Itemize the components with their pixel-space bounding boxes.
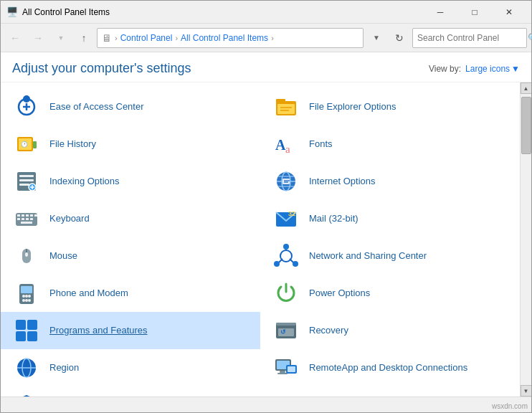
region-label: Region: [49, 362, 79, 374]
control-item-region[interactable]: Region: [1, 349, 260, 386]
svg-rect-27: [282, 179, 290, 184]
view-by-control: View by: Large icons ▼: [429, 64, 520, 74]
remoteapp-icon: [272, 353, 300, 382]
svg-point-60: [25, 299, 28, 302]
mouse-label: Mouse: [49, 250, 77, 262]
close-button[interactable]: ✕: [493, 1, 526, 24]
control-item-network-sharing[interactable]: Network and Sharing Center: [260, 237, 520, 275]
scroll-down-button[interactable]: ▼: [521, 385, 532, 397]
forward-button[interactable]: →: [28, 28, 48, 48]
svg-rect-40: [21, 222, 32, 224]
svg-text:32: 32: [288, 210, 295, 217]
scrollbar: ▲ ▼: [520, 82, 531, 397]
search-box[interactable]: 🔍: [412, 28, 527, 48]
recent-button[interactable]: ▼: [51, 28, 71, 48]
search-input[interactable]: [417, 33, 525, 43]
ease-of-access-label: Ease of Access Center: [49, 101, 144, 113]
mouse-icon: [12, 242, 41, 270]
control-item-indexing-options[interactable]: Indexing Options: [1, 163, 260, 200]
control-item-sound[interactable]: Sound: [260, 386, 520, 397]
svg-rect-39: [30, 218, 33, 220]
main-window: 🖥️ All Control Panel Items ─ □ ✕ ← → ▼ ↑…: [0, 0, 532, 413]
control-item-mail[interactable]: 32Mail (32-bit): [260, 200, 520, 237]
phone-modem-label: Phone and Modem: [49, 288, 128, 300]
svg-rect-66: [276, 323, 296, 326]
chevron-down-icon: ▼: [511, 64, 520, 74]
svg-point-59: [25, 295, 28, 298]
mail-icon: 32: [272, 204, 300, 233]
home-icon: 🖥: [102, 32, 112, 44]
svg-rect-31: [17, 214, 20, 217]
svg-rect-11: [33, 141, 37, 148]
security-maintenance-icon: [12, 391, 41, 397]
mail-label: Mail (32-bit): [309, 213, 358, 225]
svg-text:↺: ↺: [280, 328, 286, 336]
control-item-recovery[interactable]: ↺Recovery: [260, 312, 520, 349]
programs-features-icon: [12, 316, 41, 345]
svg-rect-16: [19, 175, 34, 177]
breadcrumb-all-items[interactable]: All Control Panel Items: [181, 33, 268, 43]
watermark: wsxdn.com: [492, 402, 528, 410]
power-options-label: Power Options: [309, 288, 370, 300]
svg-rect-18: [19, 184, 29, 186]
control-item-mouse[interactable]: Mouse: [1, 237, 260, 275]
scrollbar-thumb[interactable]: [521, 97, 531, 154]
refresh-button[interactable]: ↻: [389, 28, 409, 48]
maximize-button[interactable]: □: [458, 1, 491, 24]
control-item-security-maintenance[interactable]: Security and Maintenance: [1, 386, 260, 397]
window-controls: ─ □ ✕: [424, 1, 526, 24]
ease-of-access-icon: [12, 92, 41, 121]
address-dropdown-button[interactable]: ▼: [366, 28, 386, 48]
file-explorer-options-icon: [272, 92, 300, 121]
control-item-programs-features[interactable]: Programs and Features: [1, 312, 260, 349]
minimize-button[interactable]: ─: [424, 1, 457, 24]
control-item-keyboard[interactable]: Keyboard: [1, 200, 260, 237]
control-item-file-explorer-options[interactable]: File Explorer Options: [260, 88, 520, 125]
svg-rect-36: [17, 218, 20, 220]
svg-text:a: a: [285, 143, 290, 155]
scroll-up-button[interactable]: ▲: [521, 82, 532, 94]
back-button[interactable]: ←: [5, 28, 25, 48]
svg-rect-32: [22, 214, 24, 217]
address-box[interactable]: 🖥 › Control Panel › All Control Panel It…: [97, 28, 364, 48]
window-title: All Control Panel Items: [22, 7, 424, 17]
content-header: Adjust your computer's settings View by:…: [1, 52, 531, 82]
svg-point-47: [283, 244, 289, 250]
control-item-internet-options[interactable]: Internet Options: [260, 163, 520, 200]
fonts-label: Fonts: [309, 138, 333, 151]
window-icon: 🖥️: [6, 6, 18, 18]
svg-rect-34: [30, 214, 33, 217]
svg-point-45: [25, 252, 28, 257]
status-bar: [1, 397, 531, 412]
indexing-options-icon: [12, 167, 41, 196]
items-grid: Ease of Access CenterFile Explorer Optio…: [1, 82, 520, 397]
control-item-phone-modem[interactable]: Phone and Modem: [1, 275, 260, 312]
search-icon: 🔍: [528, 33, 532, 43]
control-item-power-options[interactable]: Power Options: [260, 275, 520, 312]
control-item-fonts[interactable]: AaFonts: [260, 125, 520, 163]
viewby-value: Large icons: [465, 64, 510, 74]
viewby-dropdown[interactable]: Large icons ▼: [465, 64, 520, 74]
control-item-file-history[interactable]: 🕐File History: [1, 125, 260, 163]
svg-rect-75: [277, 373, 288, 374]
breadcrumb-control-panel[interactable]: Control Panel: [120, 33, 173, 43]
svg-rect-6: [277, 104, 295, 114]
svg-point-58: [28, 299, 31, 302]
viewby-label: View by:: [429, 64, 461, 74]
remoteapp-label: RemoteApp and Desktop Connections: [309, 362, 467, 374]
svg-rect-62: [16, 331, 26, 341]
power-options-icon: [272, 279, 300, 308]
control-item-ease-of-access[interactable]: Ease of Access Center: [1, 88, 260, 125]
svg-rect-38: [26, 218, 29, 220]
region-icon: [12, 353, 41, 382]
network-sharing-icon: [272, 242, 300, 270]
up-button[interactable]: ↑: [74, 28, 94, 48]
page-title: Adjust your computer's settings: [12, 61, 191, 76]
phone-modem-icon: [12, 279, 41, 308]
control-item-remoteapp[interactable]: RemoteApp and Desktop Connections: [260, 349, 520, 386]
programs-features-label: Programs and Features: [49, 325, 148, 337]
svg-rect-64: [27, 331, 37, 341]
file-explorer-options-label: File Explorer Options: [309, 101, 396, 113]
network-sharing-label: Network and Sharing Center: [309, 250, 427, 262]
recovery-label: Recovery: [309, 325, 348, 337]
